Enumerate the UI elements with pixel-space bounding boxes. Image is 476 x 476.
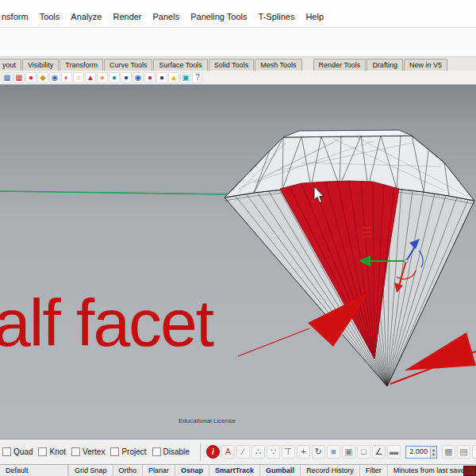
points-icon[interactable]: ∴ — [251, 445, 265, 459]
knot-checkbox[interactable]: Knot — [38, 447, 66, 456]
perspective-viewport[interactable]: alf facet Educational License — [0, 85, 476, 439]
menu-tools[interactable]: Tools — [34, 10, 66, 23]
sphere-maroon-icon[interactable]: ● — [144, 72, 155, 83]
grid-red-icon[interactable]: ▦ — [13, 72, 25, 83]
annotation-arrow-right — [405, 332, 476, 370]
main-icon-toolbar: ▦▦●◆◉◐○▲●●●◉●●▲▣? — [0, 71, 476, 85]
export-pdf-icon[interactable]: A — [221, 445, 235, 459]
gumball-menu-icon[interactable] — [362, 227, 371, 228]
mirror-icon[interactable]: □ — [357, 445, 370, 459]
project-checkbox[interactable]: Project — [110, 447, 146, 456]
tolerance-spinner[interactable]: 2.000 ▲▼ — [405, 446, 437, 459]
layer-pane[interactable]: Default — [0, 465, 68, 476]
quad-checkbox[interactable]: Quad — [2, 447, 33, 456]
grid-icon[interactable]: ▤ — [457, 445, 470, 459]
tab-transform[interactable]: Transform — [60, 59, 103, 71]
panel-separator — [200, 443, 201, 461]
status-toggle-group: Grid SnapOrthoPlanarOsnapSmartTrackGumba… — [69, 465, 476, 476]
filter-toggle[interactable]: Filter — [360, 465, 388, 476]
command-area[interactable] — [0, 27, 476, 57]
gumball-origin[interactable] — [405, 259, 408, 263]
feather-icon[interactable]: ∕ — [236, 445, 250, 459]
status-bar: Default Grid SnapOrthoPlanarOsnapSmartTr… — [0, 464, 476, 476]
gold-nugget-icon[interactable]: ◆ — [37, 72, 48, 83]
globe-icon[interactable]: ◉ — [132, 72, 144, 83]
gumball-toggle[interactable]: Gumball — [260, 465, 301, 476]
tab-drafting[interactable]: Drafting — [367, 59, 403, 71]
sphere-navy-icon[interactable]: ● — [121, 72, 132, 83]
layer-color-swatch[interactable] — [463, 466, 476, 476]
disable-checkbox[interactable]: Disable — [152, 447, 190, 456]
tab-curve-tools[interactable]: Curve Tools — [104, 59, 152, 71]
panel-icon-group-right: ▦▤∗ — [441, 445, 476, 459]
menu-help[interactable]: Help — [300, 10, 329, 23]
grid-blue-icon[interactable]: ▦ — [2, 72, 13, 83]
eye-icon[interactable]: ◉ — [49, 72, 60, 83]
ruler-icon[interactable]: ▬ — [387, 445, 401, 459]
info-icon[interactable]: i — [206, 445, 220, 459]
spinner-arrows[interactable]: ▲▼ — [430, 447, 436, 458]
tab-surface-tools[interactable]: Surface Tools — [153, 59, 207, 71]
record-history-toggle[interactable]: Record History — [301, 465, 360, 476]
osnap-checkbox-group: QuadKnotVertexProjectDisable — [2, 447, 195, 456]
planar-toggle[interactable]: Planar — [143, 465, 175, 476]
scale-box-icon[interactable]: ■ — [327, 445, 340, 459]
menu-analyze[interactable]: Analyze — [65, 10, 107, 23]
red-cone-icon[interactable]: ▲ — [85, 72, 96, 83]
tab-layout-partial[interactable]: yout — [0, 59, 21, 71]
flower-icon[interactable]: ∗ — [472, 445, 476, 459]
hammer-icon[interactable]: ⊤ — [282, 445, 295, 459]
toolbar-tab-strip: youtVisibilityTransformCurve ToolsSurfac… — [0, 57, 476, 71]
tab-solid-tools[interactable]: Solid Tools — [209, 59, 254, 71]
grid-snap-toggle[interactable]: Grid Snap — [69, 465, 113, 476]
candy-icon[interactable]: ● — [25, 72, 36, 83]
table-facet — [283, 130, 412, 137]
tab-mesh-tools[interactable]: Mesh Tools — [255, 59, 301, 71]
license-label: Educational License — [178, 417, 236, 424]
angle-icon[interactable]: ∠ — [372, 445, 386, 459]
move-icon[interactable]: + — [297, 445, 310, 459]
orient-box-icon[interactable]: ▣ — [342, 445, 355, 459]
tab-new-in-v5[interactable]: New in V5 — [404, 59, 447, 71]
menu-render[interactable]: Render — [107, 10, 147, 23]
ortho-toggle[interactable]: Ortho — [113, 465, 144, 476]
lightbulb-icon[interactable]: ○ — [73, 72, 84, 83]
smarttrack-toggle[interactable]: SmartTrack — [209, 465, 260, 476]
vertex-checkbox[interactable]: Vertex — [71, 447, 105, 456]
panel-icon-group: iA∕∴∵⊤+↻■▣□∠▬ — [205, 445, 401, 459]
plane-icon[interactable]: ▦ — [442, 445, 455, 459]
grid-axis-line — [0, 191, 228, 194]
viewport-canvas — [0, 85, 476, 439]
magnet-icon[interactable]: ◐ — [61, 72, 72, 83]
menu-t-splines[interactable]: T-Splines — [253, 10, 301, 23]
sphere-teal-icon[interactable]: ● — [109, 72, 120, 83]
tab-render-tools[interactable]: Render Tools — [313, 59, 367, 71]
rotate-icon[interactable]: ↻ — [312, 445, 325, 459]
gumball-menu-icon-bar2 — [362, 232, 371, 233]
osnap-panel: QuadKnotVertexProjectDisable iA∕∴∵⊤+↻■▣□… — [0, 439, 476, 464]
menu-panels[interactable]: Panels — [148, 10, 186, 23]
help-icon[interactable]: ? — [192, 72, 203, 83]
menu-transform-partial[interactable]: nsform — [0, 10, 34, 23]
sphere-dark-icon[interactable]: ● — [156, 72, 167, 83]
osnap-toggle[interactable]: Osnap — [175, 465, 209, 476]
menu-paneling-tools[interactable]: Paneling Tools — [185, 10, 252, 23]
gumball-menu-icon-bar3 — [362, 236, 371, 237]
cluster-icon[interactable]: ∵ — [267, 445, 280, 459]
annotation-text: alf facet — [0, 290, 213, 356]
tab-visibility[interactable]: Visibility — [22, 59, 59, 71]
menu-bar: nsformToolsAnalyzeRenderPanelsPaneling T… — [0, 0, 476, 27]
annotation-line-left — [238, 328, 309, 356]
sphere-gold-icon[interactable]: ● — [97, 72, 108, 83]
panel-teal-icon[interactable]: ▣ — [180, 72, 191, 83]
tolerance-value[interactable]: 2.000 — [406, 447, 430, 458]
flag-yellow-icon[interactable]: ▲ — [168, 72, 179, 83]
